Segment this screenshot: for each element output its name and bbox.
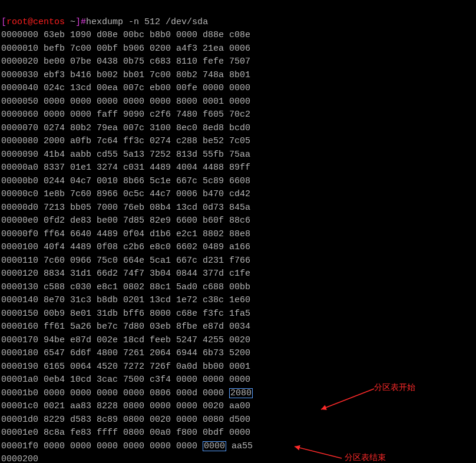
bracket-open: [ [1, 17, 6, 27]
hex-row: 0000190 6165 0064 4520 7272 726f 0a0d bb… [1, 362, 250, 372]
hex-row: 0000050 0000 0000 0000 0000 0000 8000 00… [1, 97, 250, 107]
hex-row: 0000130 c588 c030 e8c1 0802 88c1 5ad0 c6… [1, 282, 250, 292]
hex-row: 0000060 0000 0000 faff 9090 c2f6 7480 f6… [1, 110, 250, 120]
hex-row: 00000c0 1e8b 7c60 8966 0c5c 44c7 0006 b4… [1, 189, 250, 199]
user-host: root@centos [6, 17, 65, 27]
hex-row: 00001f0 0000 0000 0000 0000 0000 0000 00… [1, 441, 253, 451]
hex-row: 0000180 6547 6d6f 4800 7261 2064 6944 6b… [1, 348, 250, 358]
hex-row: 0000200 [1, 454, 38, 463]
command-text: hexdump -n 512 /dev/sda [86, 17, 208, 27]
hex-row: 0000080 2000 a0fb 7c64 ff3c 0274 c288 be… [1, 136, 250, 146]
hex-row: 0000010 befb 7c00 00bf b906 0200 a4f3 21… [1, 44, 250, 54]
hex-row: 00001d0 8229 d583 8c89 0800 0020 0000 00… [1, 415, 250, 425]
hex-row: 00000f0 ff64 6640 4489 0f04 d1b6 e2c1 88… [1, 229, 250, 239]
bracket-close: ] [75, 17, 81, 27]
hex-row: 0000160 ff61 5a26 be7c 7d80 03eb 8fbe e8… [1, 322, 250, 332]
hex-row: 0000020 be00 07be 0438 0b75 c683 8110 fe… [1, 57, 250, 67]
hex-row: 00000e0 0fd2 de83 be00 7d85 82e9 6600 b6… [1, 216, 250, 226]
hex-row: 00000d0 7213 bb05 7000 76eb 08b4 13cd 0d… [1, 203, 250, 213]
hex-row: 0000040 024c 13cd 00ea 007c eb00 00fe 00… [1, 83, 250, 93]
hex-row: 0000120 8834 31d1 66d2 74f7 3b04 0844 37… [1, 269, 250, 279]
hex-row: 0000070 0274 80b2 79ea 007c 3100 8ec0 8e… [1, 123, 250, 133]
hex-row: 0000090 41b4 aabb cd55 5a13 7252 813d 55… [1, 150, 250, 160]
hex-row: 0000170 94be e87d 002e 18cd feeb 5247 42… [1, 335, 250, 345]
hex-row: 00001e0 8c8a fe83 ffff 0800 00a0 f800 0b… [1, 428, 250, 438]
hex-row: 00000b0 0244 04c7 0010 8b66 5c1e 667c 5c… [1, 176, 250, 186]
terminal-output: [root@centos ~]#hexdump -n 512 /dev/sda … [0, 0, 476, 463]
hex-row: 00001a0 0eb4 10cd 3cac 7500 c3f4 0000 00… [1, 375, 250, 385]
annotation-end: 分区表结束 [345, 451, 386, 463]
hex-row: 00001b0 0000 0000 0000 0000 0806 000d 00… [1, 388, 253, 398]
hex-row: 0000100 40f4 4489 0f08 c2b6 e8c0 6602 04… [1, 242, 250, 252]
hex-row: 0000000 63eb 1090 d08e 00bc b8b0 0000 d8… [1, 30, 250, 40]
highlighted-word: 0000 [203, 441, 226, 451]
hex-row: 0000150 00b9 8e01 31db bff6 8000 c68e f3… [1, 309, 250, 319]
hex-row: 00000a0 8337 01e1 3274 c031 4489 4004 44… [1, 163, 250, 173]
hex-row: 0000030 ebf3 b416 b002 bb01 7c00 80b2 74… [1, 70, 250, 80]
hex-row: 0000110 7c60 0966 75c0 664e 5ca1 667c d2… [1, 256, 250, 266]
annotation-start: 分区表开始 [374, 381, 415, 393]
hex-row: 0000140 8e70 31c3 b8db 0201 13cd 1e72 c3… [1, 295, 250, 305]
hex-row: 00001c0 0021 aa83 8228 0800 0000 0000 00… [1, 401, 250, 411]
cwd: ~ [65, 17, 75, 27]
prompt: [root@centos ~]# [1, 17, 86, 27]
hash: # [81, 17, 86, 27]
hexdump-body: 0000000 63eb 1090 d08e 00bc b8b0 0000 d8… [1, 29, 475, 463]
highlighted-word: 2080 [229, 388, 253, 398]
